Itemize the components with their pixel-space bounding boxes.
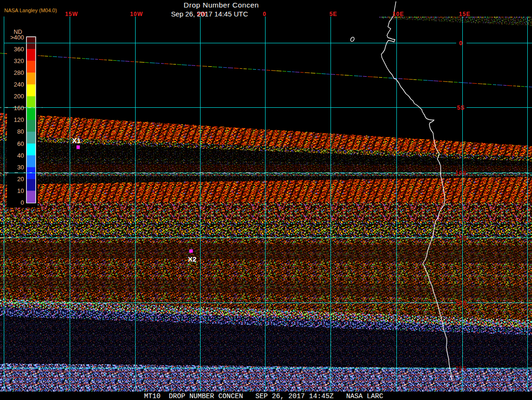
svg-text:15W: 15W xyxy=(65,11,78,17)
svg-text:80: 80 xyxy=(17,128,24,135)
svg-text:20S: 20S xyxy=(455,300,467,306)
svg-text:240: 240 xyxy=(14,81,24,88)
svg-text:X1: X1 xyxy=(72,136,81,144)
svg-text:160: 160 xyxy=(14,104,24,112)
svg-text:Drop Number Concen: Drop Number Concen xyxy=(184,1,259,9)
svg-text:5E: 5E xyxy=(330,11,338,17)
svg-text:360: 360 xyxy=(14,46,24,53)
svg-text:0: 0 xyxy=(21,199,24,206)
svg-text:120: 120 xyxy=(14,116,24,123)
svg-text:X2: X2 xyxy=(188,255,196,263)
svg-text:60: 60 xyxy=(17,140,24,147)
svg-text:25S: 25S xyxy=(455,365,467,372)
svg-text:15E: 15E xyxy=(459,11,470,17)
svg-text:NASA Langley (M04.0): NASA Langley (M04.0) xyxy=(4,8,57,13)
svg-text:10S: 10S xyxy=(455,170,467,176)
svg-text:15S: 15S xyxy=(455,235,467,241)
svg-text:200: 200 xyxy=(14,93,24,100)
svg-text:0: 0 xyxy=(263,11,266,17)
svg-text:40: 40 xyxy=(17,152,24,159)
svg-text:10W: 10W xyxy=(130,11,143,17)
svg-text:>400: >400 xyxy=(10,34,24,41)
svg-text:30: 30 xyxy=(17,164,24,171)
svg-text:10: 10 xyxy=(17,187,24,194)
svg-text:5S: 5S xyxy=(457,104,465,111)
svg-text:Sep 26, 2017 14:45 UTC: Sep 26, 2017 14:45 UTC xyxy=(171,10,248,18)
svg-text:0: 0 xyxy=(459,40,463,47)
svg-text:280: 280 xyxy=(14,69,24,76)
svg-text:10E: 10E xyxy=(393,11,404,17)
svg-text:320: 320 xyxy=(14,57,24,64)
svg-text:20: 20 xyxy=(17,176,24,183)
svg-text:MT10 DROP NUMBER CONCEN SEP: MT10 DROP NUMBER CONCEN SEP 26, 2017 14:… xyxy=(144,392,383,400)
